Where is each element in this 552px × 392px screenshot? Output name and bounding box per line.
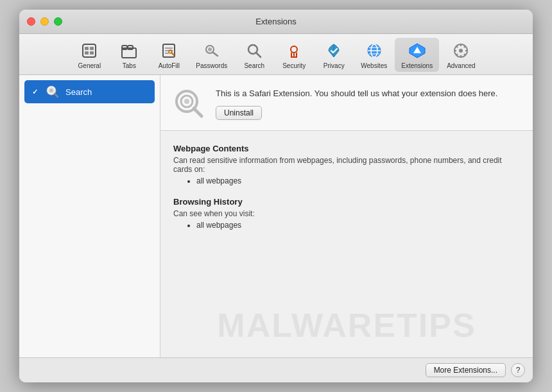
extensions-label: Extensions — [401, 62, 433, 69]
svg-point-12 — [169, 50, 172, 53]
svg-point-27 — [459, 49, 463, 53]
svg-line-43 — [194, 108, 202, 116]
toolbar-items: General Tabs — [70, 38, 481, 72]
webpage-contents-title: Webpage Contents — [173, 144, 520, 153]
extension-checkbox[interactable] — [30, 87, 40, 97]
websites-label: Websites — [361, 62, 387, 69]
preferences-window: Extensions General — [19, 10, 533, 382]
permission-section-history: Browsing History Can see when you visit:… — [173, 197, 520, 230]
minimize-button[interactable] — [40, 17, 49, 26]
svg-rect-3 — [85, 51, 89, 55]
svg-rect-4 — [90, 51, 94, 55]
toolbar-item-extensions[interactable]: Extensions — [395, 38, 439, 72]
svg-rect-0 — [83, 44, 96, 57]
privacy-icon — [323, 40, 344, 61]
autofill-icon — [159, 40, 179, 61]
tabs-icon — [119, 40, 139, 61]
tabs-label: Tabs — [123, 62, 136, 69]
svg-line-34 — [456, 54, 458, 55]
svg-line-35 — [464, 46, 465, 47]
history-item-0: all webpages — [196, 221, 520, 230]
sidebar: Search — [19, 75, 160, 357]
toolbar-item-passwords[interactable]: Passwords — [189, 38, 234, 72]
sidebar-extension-name: Search — [65, 87, 92, 97]
security-icon — [284, 40, 304, 61]
permission-section-webpage: Webpage Contents Can read sensitive info… — [173, 144, 520, 185]
security-label: Security — [282, 62, 306, 69]
websites-icon — [364, 40, 384, 61]
extensions-icon — [407, 40, 427, 61]
svg-rect-2 — [90, 47, 94, 50]
maximize-button[interactable] — [54, 17, 62, 26]
window-title: Extensions — [255, 17, 297, 26]
toolbar-item-security[interactable]: Security — [275, 38, 313, 72]
detail-panel: This is a Safari Extension. You should t… — [160, 75, 533, 357]
webpage-contents-list: all webpages — [173, 176, 520, 185]
svg-line-32 — [456, 46, 458, 47]
svg-line-33 — [464, 54, 465, 55]
uninstall-button[interactable]: Uninstall — [216, 106, 262, 120]
toolbar: General Tabs — [19, 34, 533, 75]
svg-point-15 — [208, 47, 212, 51]
passwords-label: Passwords — [196, 62, 227, 69]
toolbar-item-search[interactable]: Search — [235, 38, 273, 72]
more-extensions-button[interactable]: More Extensions... — [426, 363, 506, 377]
footer: More Extensions... ? — [19, 357, 533, 382]
svg-line-14 — [212, 53, 218, 56]
toolbar-item-general[interactable]: General — [70, 38, 108, 72]
advanced-icon — [451, 40, 471, 61]
svg-rect-1 — [85, 47, 89, 50]
svg-point-18 — [291, 46, 297, 53]
privacy-label: Privacy — [323, 62, 345, 69]
toolbar-item-advanced[interactable]: Advanced — [440, 38, 481, 72]
extension-info: This is a Safari Extension. You should t… — [216, 88, 520, 120]
titlebar: Extensions — [19, 10, 533, 34]
toolbar-item-tabs[interactable]: Tabs — [110, 38, 148, 72]
help-button[interactable]: ? — [511, 363, 525, 377]
close-button[interactable] — [27, 17, 35, 26]
webpage-contents-desc: Can read sensitive information from webp… — [173, 156, 520, 174]
window-controls — [27, 17, 62, 26]
search-label: Search — [244, 62, 264, 69]
passwords-icon — [202, 40, 222, 61]
search-toolbar-icon — [244, 40, 264, 61]
svg-line-17 — [257, 53, 261, 58]
extension-description: This is a Safari Extension. You should t… — [216, 88, 520, 99]
sidebar-item-search-extension[interactable]: Search — [24, 80, 155, 103]
browsing-history-list: all webpages — [173, 221, 520, 230]
toolbar-item-autofill[interactable]: AutoFill — [150, 38, 188, 72]
general-label: General — [78, 62, 101, 69]
autofill-label: AutoFill — [159, 62, 180, 69]
watermark: MALWARETIPS — [160, 306, 533, 345]
extension-large-icon — [173, 88, 205, 120]
browsing-history-title: Browsing History — [173, 197, 520, 207]
advanced-label: Advanced — [447, 62, 475, 69]
webpage-item-0: all webpages — [196, 176, 520, 185]
svg-line-39 — [55, 94, 58, 97]
main-content: Search This is a Safari Extension. You s… — [19, 75, 533, 357]
extension-permissions: MALWARETIPS Webpage Contents Can read se… — [160, 131, 533, 357]
toolbar-item-privacy[interactable]: Privacy — [315, 38, 353, 72]
general-icon — [79, 40, 99, 61]
svg-point-42 — [184, 99, 189, 104]
toolbar-item-websites[interactable]: Websites — [354, 38, 393, 72]
browsing-history-desc: Can see when you visit: — [173, 209, 520, 218]
extension-sidebar-icon — [45, 84, 60, 99]
svg-point-38 — [50, 89, 53, 92]
extension-header: This is a Safari Extension. You should t… — [160, 75, 533, 131]
